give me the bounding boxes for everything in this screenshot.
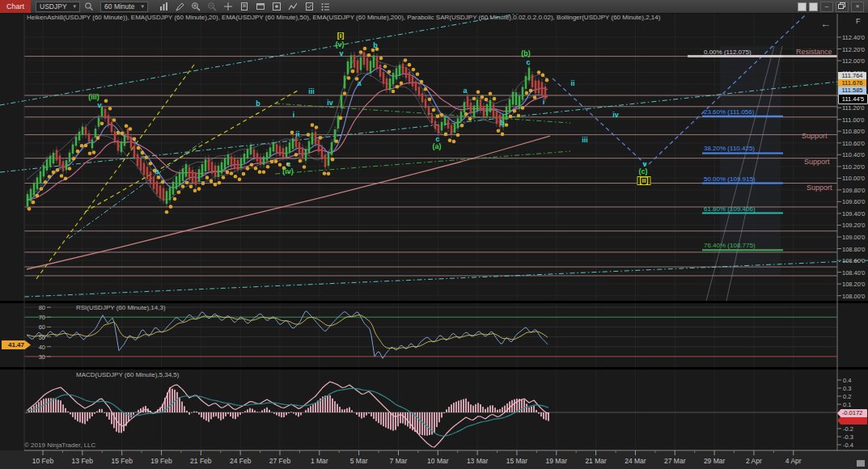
close-icon[interactable]: × — [851, 2, 864, 12]
rsi-axis-tick: 50 — [32, 334, 45, 341]
fib-level-label[interactable]: 50.00% (109.915) — [704, 175, 756, 183]
instrument-list-icon[interactable] — [798, 2, 807, 11]
rsi-value-marker: 41.47 — [2, 340, 31, 349]
elliott-wave-label[interactable]: b — [373, 42, 378, 49]
chart-style-icon[interactable] — [157, 1, 170, 12]
elliott-wave-label[interactable]: ii — [295, 131, 299, 138]
support-label[interactable]: Support — [804, 158, 830, 166]
minimize-icon[interactable]: – — [820, 2, 833, 12]
date-axis-label: 13 Feb — [66, 457, 99, 465]
price-axis-tick: 109.80'0 — [842, 187, 866, 194]
toolbar: Chart USDJPY ▾ 60 Minute ▾ –× — [0, 0, 868, 14]
date-axis-label: 15 Mar — [501, 457, 533, 465]
elliott-wave-label[interactable]: iv — [612, 112, 619, 119]
fib-level-label[interactable]: 0.00% (112.075) — [704, 49, 752, 56]
date-axis-label: 27 Feb — [264, 457, 296, 465]
resistance-label[interactable]: Resistance — [796, 48, 832, 56]
crosshair-icon[interactable] — [222, 1, 235, 12]
price-axis-tick: 110.40'0 — [842, 151, 865, 158]
price-axis-tick: 111.00'0 — [842, 116, 864, 124]
elliott-wave-label[interactable]: [ii] — [637, 176, 651, 185]
price-marker-icon[interactable] — [254, 1, 267, 12]
price-axis-tick: 110.80'0 — [842, 128, 865, 135]
elliott-wave-label[interactable]: (a) — [433, 143, 442, 150]
elliott-wave-label[interactable]: i — [293, 112, 295, 119]
macd-signal-marker — [837, 416, 867, 425]
new-window-icon[interactable] — [238, 1, 251, 12]
copyright: © 2019 NinjaTrader, LLC — [24, 442, 95, 449]
elliott-wave-label[interactable]: iii — [308, 88, 315, 95]
elliott-wave-label[interactable]: v — [97, 102, 101, 109]
elliott-wave-label[interactable]: i — [543, 99, 545, 106]
elliott-wave-label[interactable]: (b) — [521, 50, 531, 57]
price-axis-tick: 109.00'0 — [842, 234, 866, 241]
elliott-wave-label[interactable]: [i] — [337, 32, 345, 40]
fib-level-label[interactable]: 38.20% (110.425) — [704, 145, 755, 152]
support-label[interactable]: Support — [807, 184, 832, 192]
price-axis-tick: 108.20'0 — [842, 281, 866, 288]
price-axis-tick: 109.40'0 — [842, 210, 866, 218]
elliott-wave-label[interactable]: b — [256, 100, 260, 108]
elliott-wave-label[interactable]: iv — [327, 99, 333, 107]
price-axis-tick: 108.00'0 — [842, 293, 866, 300]
properties-icon[interactable] — [319, 1, 332, 12]
data-series-icon[interactable] — [303, 1, 315, 12]
elliott-wave-label[interactable]: a — [463, 87, 467, 95]
fib-level-label[interactable]: 76.40% (108.775) — [704, 242, 756, 249]
date-axis-label: 24 Mar — [619, 457, 651, 465]
price-axis-tick: 112.20'0 — [842, 46, 865, 53]
elliott-wave-label[interactable]: (iii) — [88, 94, 100, 101]
rsi-axis-tick: 60 — [32, 323, 45, 331]
price-axis-tick: 112.40'0 — [842, 34, 865, 41]
elliott-wave-label[interactable]: a — [357, 80, 361, 87]
price-axis-tick: 109.20'0 — [842, 222, 866, 229]
support-label[interactable]: Support — [802, 132, 828, 140]
date-axis-label: 10 Feb — [27, 457, 59, 465]
ninjatrader-chart-window: Chart USDJPY ▾ 60 Minute ▾ –× HeikenAshi… — [0, 0, 868, 469]
drawing-tools-icon[interactable] — [173, 1, 186, 12]
elliott-wave-label[interactable]: iii — [582, 137, 588, 144]
date-axis-label: 27 Mar — [658, 457, 691, 465]
date-axis-label: 21 Mar — [580, 457, 612, 465]
chart-canvas[interactable] — [0, 0, 868, 469]
zoom-in-icon[interactable] — [189, 1, 202, 12]
date-axis-label: 4 Apr — [777, 457, 810, 465]
instrument-selector[interactable]: USDJPY ▾ — [36, 2, 80, 12]
date-axis-label: 19 Mar — [540, 457, 573, 465]
chevron-down-icon: ▾ — [141, 3, 144, 10]
date-axis-label: 21 Feb — [184, 457, 217, 465]
macd-axis-tick: -0.4 — [843, 442, 853, 449]
resize-grip[interactable] — [857, 460, 865, 467]
fixed-scale-label[interactable]: F — [856, 17, 861, 25]
elliott-wave-label[interactable]: b — [500, 120, 505, 127]
rsi-axis-tick: 30 — [32, 353, 45, 361]
elliott-wave-label[interactable]: c — [526, 59, 530, 66]
indicators-icon[interactable] — [286, 1, 299, 12]
price-axis-tick: 112.00'0 — [842, 57, 865, 65]
date-axis-label: 5 Mar — [343, 457, 375, 465]
date-axis-label: 1 Mar — [303, 457, 336, 465]
elliott-wave-label[interactable]: (v) — [336, 41, 345, 49]
elliott-wave-label[interactable]: ii — [570, 80, 574, 87]
search-icon[interactable] — [83, 1, 95, 12]
date-axis-label: 13 Mar — [461, 457, 493, 465]
chart-tab[interactable]: Chart — [0, 0, 31, 13]
elliott-wave-label[interactable]: (iv) — [282, 168, 294, 175]
macd-axis-tick: 0.2 — [843, 393, 851, 400]
back-arrow-icon[interactable]: ← — [820, 18, 831, 30]
elliott-wave-label[interactable]: v — [339, 50, 343, 57]
interval-selector[interactable]: 60 Minute ▾ — [100, 2, 148, 12]
chart-trader-icon[interactable] — [270, 1, 283, 12]
zoom-out-icon[interactable] — [205, 1, 218, 12]
fib-level-label[interactable]: 23.60% (111.056) — [704, 108, 754, 116]
price-axis-tick: 108.80'0 — [842, 246, 866, 253]
date-axis-label: 19 Feb — [145, 457, 177, 465]
elliott-wave-label[interactable]: a — [155, 168, 159, 175]
macd-axis-tick: -0.2 — [843, 425, 853, 433]
elliott-wave-label[interactable]: (c) — [639, 168, 648, 175]
rsi-axis-tick: 40 — [32, 344, 45, 351]
price-axis-tick: 110.60'0 — [842, 140, 865, 147]
restore-icon[interactable] — [836, 2, 849, 12]
fib-level-label[interactable]: 61.80% (109.406) — [704, 205, 756, 213]
workspace-icon[interactable] — [809, 2, 818, 11]
